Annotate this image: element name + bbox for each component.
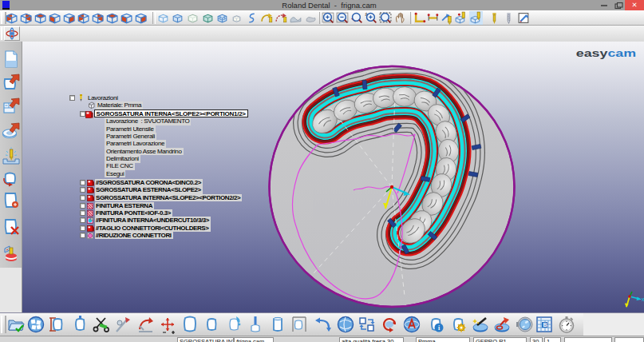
svg-text:B: B — [543, 322, 547, 328]
